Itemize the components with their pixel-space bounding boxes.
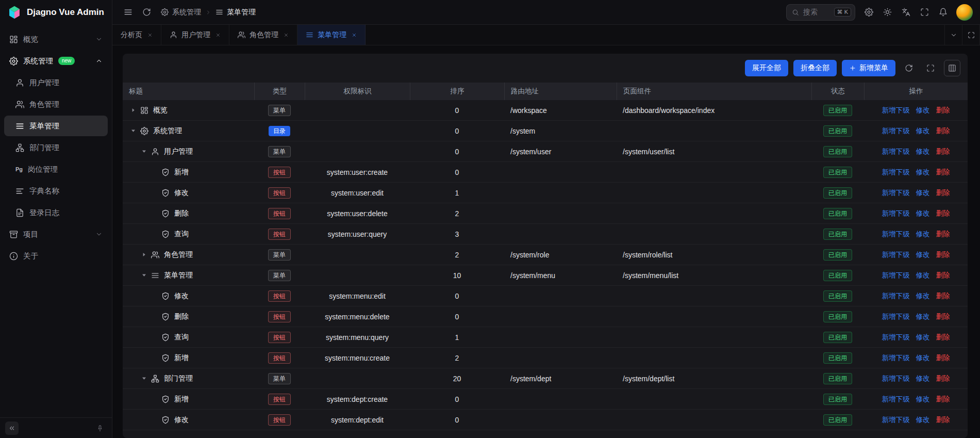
breadcrumb-item-menu[interactable]: 菜单管理	[215, 8, 256, 17]
row-action-add-child[interactable]: 新增下级	[882, 126, 910, 136]
table-row[interactable]: 修改按钮system:user:edit1已启用新增下级修改删除	[123, 183, 968, 203]
caret-right-icon[interactable]	[140, 251, 148, 258]
sidebar-item-post[interactable]: Pg岗位管理	[4, 159, 108, 180]
row-action-edit[interactable]: 修改	[916, 126, 930, 136]
row-action-add-child[interactable]: 新增下级	[882, 271, 910, 280]
table-row[interactable]: 用户管理菜单0/system/user/system/user/list已启用新…	[123, 141, 968, 162]
row-action-add-child[interactable]: 新增下级	[882, 168, 910, 177]
row-action-edit[interactable]: 修改	[916, 168, 930, 177]
table-row[interactable]: 角色管理菜单2/system/role/system/role/list已启用新…	[123, 245, 968, 265]
logo[interactable]: Djagno Vue Admin	[0, 0, 112, 25]
tabbar-fullscreen-button[interactable]	[962, 25, 980, 45]
table-row[interactable]: 删除按钮system:menu:delete0已启用新增下级修改删除	[123, 306, 968, 327]
row-action-add-child[interactable]: 新增下级	[882, 209, 910, 218]
pin-sidebar-button[interactable]	[93, 421, 107, 435]
breadcrumb-item-system[interactable]: 系统管理	[161, 8, 201, 17]
tab-menu[interactable]: 菜单管理	[297, 25, 366, 45]
row-action-delete[interactable]: 删除	[936, 168, 950, 177]
sidebar-item-overview[interactable]: 概览	[4, 29, 108, 50]
collapse-all-button[interactable]: 折叠全部	[793, 60, 837, 76]
row-action-delete[interactable]: 删除	[936, 250, 950, 259]
row-action-delete[interactable]: 删除	[936, 188, 950, 198]
table-row[interactable]: 新增按钮system:user:create0已启用新增下级修改删除	[123, 162, 968, 183]
row-action-edit[interactable]: 修改	[916, 333, 930, 342]
row-action-edit[interactable]: 修改	[916, 188, 930, 198]
row-action-delete[interactable]: 删除	[936, 353, 950, 363]
user-avatar[interactable]	[956, 4, 973, 21]
sidebar-item-menu[interactable]: 菜单管理	[4, 116, 108, 136]
refresh-table-button[interactable]	[901, 60, 917, 76]
row-action-delete[interactable]: 删除	[936, 374, 950, 383]
caret-down-icon[interactable]	[140, 375, 148, 382]
tab-analysis[interactable]: 分析页	[112, 25, 161, 45]
table-row[interactable]: 菜单管理菜单10/system/menu/system/menu/list已启用…	[123, 265, 968, 286]
sidebar-item-log[interactable]: 登录日志	[4, 202, 108, 223]
tab-role[interactable]: 角色管理	[229, 25, 297, 45]
row-action-edit[interactable]: 修改	[916, 147, 930, 156]
row-action-edit[interactable]: 修改	[916, 374, 930, 383]
tab-user[interactable]: 用户管理	[161, 25, 229, 45]
close-icon[interactable]	[215, 33, 221, 38]
row-action-edit[interactable]: 修改	[916, 209, 930, 218]
row-action-delete[interactable]: 删除	[936, 333, 950, 342]
sidebar-item-role[interactable]: 角色管理	[4, 94, 108, 115]
theme-toggle-button[interactable]	[879, 4, 895, 21]
columns-settings-button[interactable]	[944, 60, 960, 76]
table-row[interactable]: 部门管理菜单20/system/dept/system/dept/list已启用…	[123, 368, 968, 389]
row-action-add-child[interactable]: 新增下级	[882, 230, 910, 239]
row-action-add-child[interactable]: 新增下级	[882, 106, 910, 115]
row-action-delete[interactable]: 删除	[936, 291, 950, 301]
table-row[interactable]: 修改按钮system:menu:edit0已启用新增下级修改删除	[123, 286, 968, 306]
row-action-edit[interactable]: 修改	[916, 106, 930, 115]
search-input[interactable]: 搜索 ⌘ K	[786, 4, 855, 21]
sidebar-item-dict[interactable]: 字典名称	[4, 181, 108, 201]
row-action-add-child[interactable]: 新增下级	[882, 188, 910, 198]
table-row[interactable]: 查询按钮system:menu:query1已启用新增下级修改删除	[123, 327, 968, 348]
row-action-add-child[interactable]: 新增下级	[882, 312, 910, 321]
close-icon[interactable]	[284, 33, 289, 38]
row-action-edit[interactable]: 修改	[916, 271, 930, 280]
refresh-page-button[interactable]	[138, 4, 155, 21]
close-icon[interactable]	[352, 33, 357, 38]
row-action-edit[interactable]: 修改	[916, 395, 930, 404]
table-row[interactable]: 查询按钮system:user:query3已启用新增下级修改删除	[123, 224, 968, 245]
table-row[interactable]: 概览菜单0/workspace/dashboard/workspace/inde…	[123, 100, 968, 121]
row-action-delete[interactable]: 删除	[936, 312, 950, 321]
table-row[interactable]: 新增按钮system:menu:create2已启用新增下级修改删除	[123, 348, 968, 368]
sidebar-item-about[interactable]: 关于	[4, 246, 108, 266]
row-action-add-child[interactable]: 新增下级	[882, 291, 910, 301]
row-action-add-child[interactable]: 新增下级	[882, 395, 910, 404]
row-action-add-child[interactable]: 新增下级	[882, 333, 910, 342]
row-action-delete[interactable]: 删除	[936, 126, 950, 136]
row-action-delete[interactable]: 删除	[936, 147, 950, 156]
row-action-add-child[interactable]: 新增下级	[882, 374, 910, 383]
row-action-delete[interactable]: 删除	[936, 415, 950, 425]
tab-list-dropdown-button[interactable]	[945, 25, 962, 45]
row-action-add-child[interactable]: 新增下级	[882, 353, 910, 363]
expand-all-button[interactable]: 展开全部	[745, 60, 788, 76]
language-button[interactable]	[898, 4, 914, 21]
row-action-edit[interactable]: 修改	[916, 415, 930, 425]
row-action-delete[interactable]: 删除	[936, 230, 950, 239]
row-action-delete[interactable]: 删除	[936, 209, 950, 218]
table-row[interactable]: 修改按钮system:dept:edit0已启用新增下级修改删除	[123, 410, 968, 430]
add-menu-button[interactable]: 新增菜单	[842, 60, 895, 76]
sidebar-toggle-button[interactable]	[120, 4, 136, 21]
fullscreen-button[interactable]	[916, 4, 933, 21]
row-action-add-child[interactable]: 新增下级	[882, 250, 910, 259]
sidebar-item-user[interactable]: 用户管理	[4, 72, 108, 93]
notifications-button[interactable]	[935, 4, 951, 21]
row-action-edit[interactable]: 修改	[916, 353, 930, 363]
caret-down-icon[interactable]	[140, 272, 148, 279]
row-action-add-child[interactable]: 新增下级	[882, 415, 910, 425]
table-row[interactable]: 删除按钮system:user:delete2已启用新增下级修改删除	[123, 203, 968, 224]
fullscreen-table-button[interactable]	[922, 60, 939, 76]
row-action-edit[interactable]: 修改	[916, 312, 930, 321]
sidebar-item-project[interactable]: 项目	[4, 224, 108, 245]
row-action-delete[interactable]: 删除	[936, 271, 950, 280]
row-action-edit[interactable]: 修改	[916, 230, 930, 239]
row-action-add-child[interactable]: 新增下级	[882, 147, 910, 156]
row-action-edit[interactable]: 修改	[916, 250, 930, 259]
row-action-delete[interactable]: 删除	[936, 395, 950, 404]
sidebar-item-dept[interactable]: 部门管理	[4, 137, 108, 158]
